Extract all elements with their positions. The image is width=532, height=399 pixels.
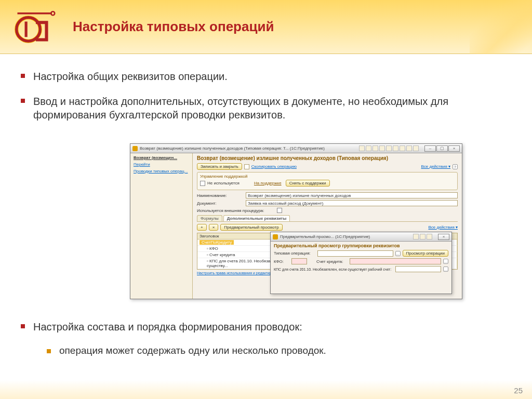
all-actions-link[interactable]: Все действия ▾ [421, 164, 450, 169]
help-icon[interactable]: ? [453, 164, 458, 169]
ext-proc-label: Используется внешняя процедура: [197, 208, 275, 213]
sidebar-link-goto[interactable]: Перейти [134, 162, 189, 167]
popup-titlebar[interactable]: Предварительный просмо... (1С:Предприяти… [271, 232, 451, 242]
ext-proc-checkbox[interactable] [277, 208, 282, 213]
tab-additional[interactable]: Дополнительные реквизиты [223, 215, 290, 221]
lookup-icon[interactable]: … [395, 251, 401, 256]
embedded-screenshot: Возврат (возмещение) излишне полученных … [130, 143, 462, 310]
view-operation-button[interactable]: Просмотр операции [403, 250, 448, 257]
popup-op-label: Типовая операция: [274, 251, 315, 256]
app-icon [273, 234, 278, 240]
preview-popup: Предварительный просмо... (1С:Предприяти… [270, 232, 452, 294]
app-icon [132, 146, 138, 151]
popup-kfo-label: КФО: [274, 259, 289, 264]
bullet-marker [47, 349, 51, 353]
window-title: Возврат (возмещение) излишне полученных … [140, 146, 325, 151]
title-toolbar[interactable] [359, 145, 419, 151]
minimize-button[interactable]: – [424, 145, 436, 152]
bullet-text: Настройка общих реквизитов операции. [33, 70, 228, 83]
popup-close-button[interactable]: × [438, 234, 449, 240]
sidebar-link-entries[interactable]: Проводки типовых операц... [134, 169, 189, 174]
popup-kps-label: КПС для счета 201.10. Необязателен, если… [274, 268, 393, 271]
bullet-1: Настройка общих реквизитов операции. [21, 70, 511, 83]
sidebar-header: Возврат (возмещен... [134, 155, 189, 160]
popup-kps-field[interactable] [395, 266, 441, 272]
on-support-link[interactable]: На поддержке [254, 181, 282, 185]
add-button[interactable]: + [197, 224, 207, 231]
form-toolbar: Записать и закрыть Скопировать операцию … [197, 163, 458, 170]
name-field[interactable]: Возврат (возмещение) излишне полученных … [246, 192, 458, 198]
slide-content: Настройка общих реквизитов операции. Вво… [0, 54, 532, 138]
popup-window-title: Предварительный просмо... (1С:Предприяти… [280, 234, 370, 239]
header-decoration [470, 0, 532, 54]
tabs: Формулы Дополнительные реквизиты [197, 215, 458, 222]
maximize-button[interactable]: ▢ [436, 145, 448, 152]
document-field[interactable]: Заявка на кассовый расход (Документ) [246, 200, 458, 206]
cell-title[interactable]: Счет кредита [209, 252, 235, 257]
not-used-checkbox[interactable] [200, 181, 205, 186]
svg-point-3 [51, 11, 55, 15]
popup-title-toolbar[interactable] [413, 234, 432, 240]
bullet-text: операция может содержать одну или нескол… [59, 345, 326, 356]
window-controls[interactable]: –▢× [424, 145, 460, 152]
grid-toolbar: + × Предварительный просмотр Все действи… [197, 224, 458, 231]
bullet-marker [21, 74, 25, 78]
svg-rect-2 [18, 12, 52, 15]
slide-content-lower: Настройка состава и порядка формирования… [0, 320, 532, 362]
popup-credit-field[interactable] [350, 258, 441, 264]
remove-support-button[interactable]: Снять с поддержки [286, 180, 330, 187]
popup-credit-label: Счет кредита: [316, 259, 348, 264]
save-close-button[interactable]: Записать и закрыть [197, 163, 242, 170]
popup-kfo-field[interactable] [291, 258, 307, 264]
groupbox-title: Управление поддержкой [200, 174, 455, 179]
lookup-icon[interactable]: … [443, 267, 448, 272]
footer-gradient [0, 380, 532, 399]
save-icon-button[interactable] [244, 164, 249, 169]
not-used-label: Не используется [207, 181, 240, 185]
bullet-3: Настройка состава и порядка формирования… [21, 320, 511, 334]
svg-rect-4 [25, 21, 28, 37]
bullet-text: Настройка состава и порядка формирования… [33, 320, 302, 334]
form-title: Возврат (возмещение) излишне полученных … [197, 155, 458, 161]
nav-sidebar: Возврат (возмещен... Перейти Проводки ти… [130, 153, 193, 299]
delete-button[interactable]: × [209, 224, 219, 231]
copy-operation-link[interactable]: Скопировать операцию [251, 164, 297, 169]
logo-1c [10, 9, 57, 45]
slide-header: Настройка типовых операций [0, 0, 532, 54]
page-number: 25 [514, 386, 523, 395]
cell-title[interactable]: СчетПоКредиту [200, 240, 234, 245]
titlebar[interactable]: Возврат (возмещение) излишне полученных … [130, 144, 462, 153]
slide-title: Настройка типовых операций [73, 19, 274, 35]
bullet-marker [21, 324, 25, 328]
tab-formulas[interactable]: Формулы [197, 215, 222, 221]
bullet-2: Ввод и настройка дополнительных, отсутст… [21, 95, 511, 122]
bullet-text: Ввод и настройка дополнительных, отсутст… [33, 95, 511, 122]
document-label: Документ: [197, 201, 244, 206]
support-groupbox: Управление поддержкой Не используется На… [197, 172, 458, 190]
close-button[interactable]: × [448, 145, 460, 152]
popup-window-controls[interactable]: × [437, 234, 449, 240]
bullet-marker [21, 99, 25, 103]
popup-op-field[interactable] [317, 250, 393, 257]
preview-button[interactable]: Предварительный просмотр [220, 224, 282, 231]
grid-all-actions[interactable]: Все действия ▾ [428, 225, 458, 230]
cell-title[interactable]: КФО [209, 246, 218, 251]
sub-bullet-3-1: операция может содержать одну или нескол… [47, 345, 511, 356]
lookup-icon[interactable]: … [443, 259, 448, 264]
popup-heading: Предварительный просмотр группировки рек… [274, 243, 448, 248]
name-label: Наименование: [197, 193, 244, 198]
